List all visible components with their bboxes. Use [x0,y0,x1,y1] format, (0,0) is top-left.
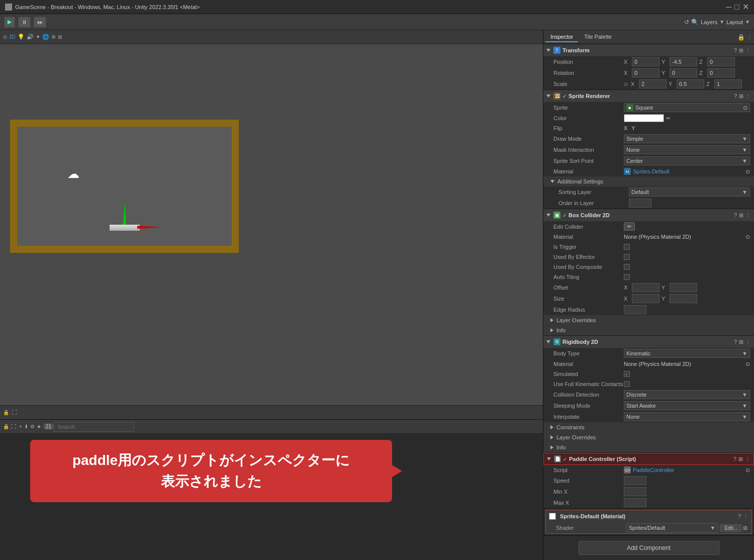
gizmos-icon[interactable]: ⚙ [51,34,56,40]
size-y-input[interactable]: 1 [670,294,697,303]
scale-z-input[interactable] [714,79,742,88]
scene-icon[interactable]: 🌐 [42,34,49,40]
sprite-renderer-check[interactable]: ✓ [562,94,567,99]
fx-icon[interactable]: ✦ [36,34,40,40]
transform-header[interactable]: T Transform ? ⊞ ⋮ [543,44,754,56]
maximize-bottom-icon[interactable]: ⛶ [11,424,16,429]
shader-edit-button[interactable]: Edit... [720,524,742,532]
draw-mode-dropdown[interactable]: Simple ▼ [624,134,750,143]
light-icon[interactable]: 💡 [18,34,25,40]
used-by-composite-checkbox[interactable] [624,264,630,270]
script-value[interactable]: PaddleController [633,467,674,473]
layout-chevron-icon[interactable]: ▼ [745,19,750,25]
size-x-input[interactable]: 1 [632,294,659,303]
tab-tile-palette[interactable]: Tile Palette [579,32,617,42]
collider-material-circle-btn[interactable]: ⊙ [745,234,750,240]
rotation-x-input[interactable] [632,68,659,77]
material-dots-icon[interactable]: ⋮ [743,513,748,520]
material-help-icon[interactable]: ? [738,513,741,519]
refresh-icon[interactable]: ↺ [684,19,689,26]
inspector-lock-icon[interactable]: 🔒 [737,34,745,41]
position-z-input[interactable] [707,57,735,66]
speed-input[interactable]: 10 [624,476,646,485]
edit-collider-button[interactable]: ✏ [624,222,635,231]
is-trigger-checkbox[interactable] [624,244,630,250]
maximize-btn[interactable]: □ [734,3,739,12]
rigidbody-more-icon[interactable]: ⋮ [745,339,751,345]
paddle-controller-header[interactable]: 📄 ✓ Paddle Controller (Script) ? ⊞ ⋮ [543,453,754,465]
use-full-kinematic-checkbox[interactable] [624,381,630,387]
box-collider-help-icon[interactable]: ? [734,212,737,218]
add-bottom-icon[interactable]: + [19,424,22,429]
box-collider-check[interactable]: ✓ [562,213,567,218]
auto-tiling-checkbox[interactable] [624,274,630,280]
close-btn[interactable]: ✕ [742,2,749,12]
scale-x-input[interactable] [639,79,667,88]
paddle-check[interactable]: ✓ [563,456,567,462]
sprite-renderer-more-icon[interactable]: ⋮ [745,93,751,100]
rotation-y-input[interactable] [670,68,697,77]
rigidbody-settings-icon[interactable]: ⊞ [739,339,743,345]
paddle-settings-icon[interactable]: ⊞ [738,456,743,462]
sorting-layer-dropdown[interactable]: Default ▼ [629,188,750,197]
simulated-checkbox[interactable] [624,371,630,377]
transform-more-icon[interactable]: ⋮ [745,47,751,54]
play-button[interactable]: ▶ [4,17,15,28]
body-type-dropdown[interactable]: Kinematic ▼ [624,349,750,358]
position-x-input[interactable] [632,57,659,66]
layer-overrides-header[interactable]: Layer Overrides [543,315,754,325]
material-value[interactable]: Sprites-Default [633,168,670,174]
color-eyedropper-icon[interactable]: ✏ [666,115,671,122]
import-icon[interactable]: ⬇ [24,424,28,429]
sprite-dropdown[interactable]: ■ Square ⊙ [624,103,750,112]
transform-help-icon[interactable]: ? [734,47,737,53]
used-by-effector-checkbox[interactable] [624,254,630,260]
mask-interaction-dropdown[interactable]: None ▼ [624,145,750,154]
layers-chevron-icon[interactable]: ▼ [719,19,724,25]
box-collider-2d-header[interactable]: ▣ ✓ Box Collider 2D ? ⊞ ⋮ [543,209,754,221]
2d-toggle[interactable]: 2D [9,34,16,40]
pause-button[interactable]: ⏸ [18,17,31,28]
rb-info-header[interactable]: Info [543,442,754,452]
sprite-circle-btn[interactable]: ⊙ [743,105,747,111]
paddle-more-icon[interactable]: ⋮ [745,456,750,462]
order-in-layer-input[interactable]: 0 [629,199,651,208]
collision-detection-dropdown[interactable]: Discrete ▼ [624,390,750,399]
step-button[interactable]: ⏭ [34,17,46,28]
script-circle-btn[interactable]: ⊙ [745,467,750,474]
project-search-input[interactable] [54,422,134,432]
min-x-input[interactable]: -7.5 [624,487,646,496]
rb-material-circle-btn[interactable]: ⊙ [745,361,750,367]
transform-settings-icon[interactable]: ⊞ [739,47,743,54]
audio-icon[interactable]: 🔊 [27,34,34,40]
lock-bottom-icon[interactable]: 🔒 [3,410,9,415]
sprite-sort-point-dropdown[interactable]: Center ▼ [624,156,750,165]
interpolate-dropdown[interactable]: None ▼ [624,412,750,421]
sleeping-mode-dropdown[interactable]: Start Awake ▼ [624,401,750,410]
sprite-renderer-help-icon[interactable]: ? [734,93,737,99]
settings-bottom-icon[interactable]: ⚙ [30,424,35,429]
rigidbody-help-icon[interactable]: ? [734,339,737,345]
tab-inspector[interactable]: Inspector [545,32,578,42]
position-y-input[interactable] [670,57,697,66]
offset-y-input[interactable]: 0 [670,283,697,292]
rigidbody-2d-header[interactable]: ⚙ Rigidbody 2D ? ⊞ ⋮ [543,336,754,348]
paddle-help-icon[interactable]: ? [733,456,736,462]
rb-constraints-header[interactable]: Constraints [543,422,754,432]
minimize-btn[interactable]: ─ [726,3,731,12]
grid-icon[interactable]: ⊞ [58,34,62,40]
search-icon[interactable]: 🔍 [691,19,699,26]
edge-radius-input[interactable]: 0 [624,305,646,314]
box-collider-settings-icon[interactable]: ⊞ [739,212,743,219]
inspector-more-icon[interactable]: ⋮ [747,34,752,40]
orbit-icon[interactable]: ⊙ [3,34,7,40]
material-component-header[interactable]: Sprites-Default (Material) ? ⋮ [546,510,751,522]
shader-dropdown[interactable]: Sprites/Default ▼ [626,523,718,532]
scale-y-input[interactable] [677,79,704,88]
add-component-button[interactable]: Add Component [579,541,719,555]
additional-settings-header[interactable]: Additional Settings [543,176,754,186]
offset-x-input[interactable]: 0 [632,283,659,292]
box-collider-more-icon[interactable]: ⋮ [745,212,751,219]
material-circle-btn[interactable]: ⊙ [745,168,750,175]
shader-settings-icon[interactable]: ⊞ [743,525,747,531]
